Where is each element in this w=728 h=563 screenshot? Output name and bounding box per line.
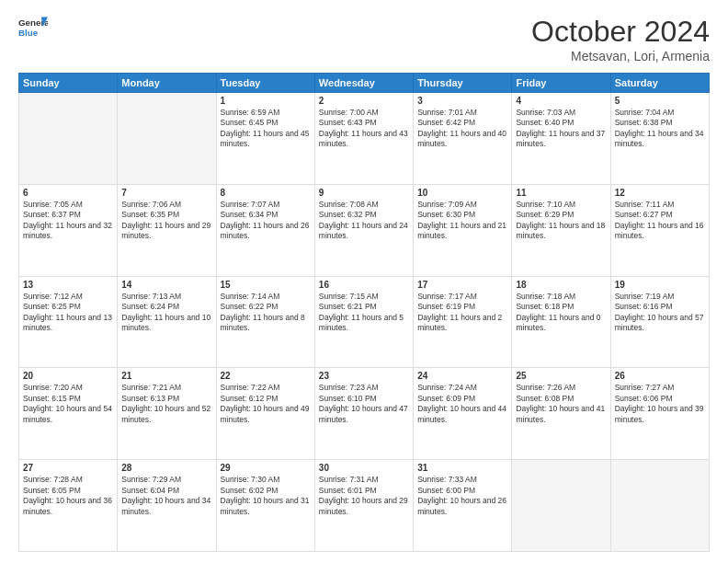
day-detail: Sunrise: 7:05 AM Sunset: 6:37 PM Dayligh… (23, 200, 113, 242)
day-number: 8 (221, 188, 311, 198)
day-detail: Sunrise: 7:11 AM Sunset: 6:27 PM Dayligh… (615, 200, 705, 242)
day-number: 21 (121, 371, 211, 381)
table-row: 14Sunrise: 7:13 AM Sunset: 6:24 PM Dayli… (118, 276, 216, 368)
day-detail: Sunrise: 7:18 AM Sunset: 6:18 PM Dayligh… (516, 292, 606, 334)
col-thursday: Thursday (414, 74, 512, 93)
table-row: 11Sunrise: 7:10 AM Sunset: 6:29 PM Dayli… (512, 184, 610, 276)
day-number: 23 (319, 371, 409, 381)
day-detail: Sunrise: 7:07 AM Sunset: 6:34 PM Dayligh… (221, 200, 311, 242)
calendar-table: Sunday Monday Tuesday Wednesday Thursday… (18, 73, 710, 552)
table-row: 21Sunrise: 7:21 AM Sunset: 6:13 PM Dayli… (118, 368, 216, 460)
table-row: 13Sunrise: 7:12 AM Sunset: 6:25 PM Dayli… (19, 276, 118, 368)
day-number: 29 (221, 463, 311, 473)
table-row: 29Sunrise: 7:30 AM Sunset: 6:02 PM Dayli… (216, 460, 314, 552)
day-number: 30 (319, 463, 409, 473)
day-number: 28 (121, 463, 211, 473)
table-row: 26Sunrise: 7:27 AM Sunset: 6:06 PM Dayli… (610, 368, 709, 460)
day-detail: Sunrise: 7:13 AM Sunset: 6:24 PM Dayligh… (121, 292, 211, 334)
day-number: 12 (615, 188, 705, 198)
day-number: 9 (319, 188, 409, 198)
day-detail: Sunrise: 7:14 AM Sunset: 6:22 PM Dayligh… (221, 292, 311, 334)
day-detail: Sunrise: 7:23 AM Sunset: 6:10 PM Dayligh… (319, 383, 409, 425)
table-row (19, 93, 118, 185)
day-number: 26 (615, 371, 705, 381)
day-detail: Sunrise: 7:03 AM Sunset: 6:40 PM Dayligh… (516, 108, 606, 150)
table-row: 10Sunrise: 7:09 AM Sunset: 6:30 PM Dayli… (414, 184, 512, 276)
table-row: 8Sunrise: 7:07 AM Sunset: 6:34 PM Daylig… (216, 184, 314, 276)
day-detail: Sunrise: 7:08 AM Sunset: 6:32 PM Dayligh… (319, 200, 409, 242)
day-number: 24 (417, 371, 507, 381)
table-row (610, 460, 709, 552)
table-row: 19Sunrise: 7:19 AM Sunset: 6:16 PM Dayli… (610, 276, 709, 368)
day-number: 14 (121, 280, 211, 290)
table-row: 5Sunrise: 7:04 AM Sunset: 6:38 PM Daylig… (610, 93, 709, 185)
title-block: October 2024 Metsavan, Lori, Armenia (531, 15, 710, 63)
day-number: 15 (221, 280, 311, 290)
table-row: 16Sunrise: 7:15 AM Sunset: 6:21 PM Dayli… (314, 276, 413, 368)
calendar-week-row: 1Sunrise: 6:59 AM Sunset: 6:45 PM Daylig… (19, 93, 710, 185)
svg-text:Blue: Blue (18, 28, 39, 38)
day-number: 7 (121, 188, 211, 198)
day-number: 2 (319, 96, 409, 106)
day-detail: Sunrise: 7:27 AM Sunset: 6:06 PM Dayligh… (615, 383, 705, 425)
table-row (118, 93, 216, 185)
col-friday: Friday (512, 74, 610, 93)
day-detail: Sunrise: 7:21 AM Sunset: 6:13 PM Dayligh… (121, 383, 211, 425)
logo: General Blue (18, 15, 48, 40)
col-saturday: Saturday (610, 74, 709, 93)
table-row: 23Sunrise: 7:23 AM Sunset: 6:10 PM Dayli… (314, 368, 413, 460)
day-detail: Sunrise: 7:00 AM Sunset: 6:43 PM Dayligh… (319, 108, 409, 150)
table-row: 27Sunrise: 7:28 AM Sunset: 6:05 PM Dayli… (19, 460, 118, 552)
logo-icon: General Blue (18, 15, 48, 40)
table-row: 6Sunrise: 7:05 AM Sunset: 6:37 PM Daylig… (19, 184, 118, 276)
col-sunday: Sunday (19, 74, 118, 93)
day-detail: Sunrise: 7:17 AM Sunset: 6:19 PM Dayligh… (417, 292, 507, 334)
day-detail: Sunrise: 7:20 AM Sunset: 6:15 PM Dayligh… (23, 383, 113, 425)
day-detail: Sunrise: 7:09 AM Sunset: 6:30 PM Dayligh… (417, 200, 507, 242)
day-number: 27 (23, 463, 113, 473)
day-detail: Sunrise: 6:59 AM Sunset: 6:45 PM Dayligh… (221, 108, 311, 150)
table-row: 28Sunrise: 7:29 AM Sunset: 6:04 PM Dayli… (118, 460, 216, 552)
day-detail: Sunrise: 7:06 AM Sunset: 6:35 PM Dayligh… (121, 200, 211, 242)
table-row: 2Sunrise: 7:00 AM Sunset: 6:43 PM Daylig… (314, 93, 413, 185)
table-row: 20Sunrise: 7:20 AM Sunset: 6:15 PM Dayli… (19, 368, 118, 460)
day-number: 22 (221, 371, 311, 381)
title-location: Metsavan, Lori, Armenia (531, 49, 710, 63)
table-row: 30Sunrise: 7:31 AM Sunset: 6:01 PM Dayli… (314, 460, 413, 552)
calendar-week-row: 13Sunrise: 7:12 AM Sunset: 6:25 PM Dayli… (19, 276, 710, 368)
table-row: 12Sunrise: 7:11 AM Sunset: 6:27 PM Dayli… (610, 184, 709, 276)
col-wednesday: Wednesday (314, 74, 413, 93)
day-number: 13 (23, 280, 113, 290)
day-number: 25 (516, 371, 606, 381)
day-detail: Sunrise: 7:28 AM Sunset: 6:05 PM Dayligh… (23, 475, 113, 517)
day-detail: Sunrise: 7:31 AM Sunset: 6:01 PM Dayligh… (319, 475, 409, 517)
day-number: 5 (615, 96, 705, 106)
calendar-week-row: 20Sunrise: 7:20 AM Sunset: 6:15 PM Dayli… (19, 368, 710, 460)
table-row: 3Sunrise: 7:01 AM Sunset: 6:42 PM Daylig… (414, 93, 512, 185)
day-detail: Sunrise: 7:29 AM Sunset: 6:04 PM Dayligh… (121, 475, 211, 517)
day-detail: Sunrise: 7:12 AM Sunset: 6:25 PM Dayligh… (23, 292, 113, 334)
col-monday: Monday (118, 74, 216, 93)
day-detail: Sunrise: 7:24 AM Sunset: 6:09 PM Dayligh… (417, 383, 507, 425)
page: General Blue October 2024 Metsavan, Lori… (0, 0, 728, 563)
day-number: 11 (516, 188, 606, 198)
table-row: 9Sunrise: 7:08 AM Sunset: 6:32 PM Daylig… (314, 184, 413, 276)
table-row: 18Sunrise: 7:18 AM Sunset: 6:18 PM Dayli… (512, 276, 610, 368)
day-number: 10 (417, 188, 507, 198)
table-row: 24Sunrise: 7:24 AM Sunset: 6:09 PM Dayli… (414, 368, 512, 460)
day-detail: Sunrise: 7:04 AM Sunset: 6:38 PM Dayligh… (615, 108, 705, 150)
calendar-week-row: 27Sunrise: 7:28 AM Sunset: 6:05 PM Dayli… (19, 460, 710, 552)
day-number: 4 (516, 96, 606, 106)
day-number: 18 (516, 280, 606, 290)
day-number: 31 (417, 463, 507, 473)
table-row: 31Sunrise: 7:33 AM Sunset: 6:00 PM Dayli… (414, 460, 512, 552)
day-number: 1 (221, 96, 311, 106)
calendar-week-row: 6Sunrise: 7:05 AM Sunset: 6:37 PM Daylig… (19, 184, 710, 276)
day-detail: Sunrise: 7:01 AM Sunset: 6:42 PM Dayligh… (417, 108, 507, 150)
calendar-header-row: Sunday Monday Tuesday Wednesday Thursday… (19, 74, 710, 93)
day-detail: Sunrise: 7:15 AM Sunset: 6:21 PM Dayligh… (319, 292, 409, 334)
table-row: 1Sunrise: 6:59 AM Sunset: 6:45 PM Daylig… (216, 93, 314, 185)
day-number: 6 (23, 188, 113, 198)
table-row: 7Sunrise: 7:06 AM Sunset: 6:35 PM Daylig… (118, 184, 216, 276)
day-detail: Sunrise: 7:30 AM Sunset: 6:02 PM Dayligh… (221, 475, 311, 517)
